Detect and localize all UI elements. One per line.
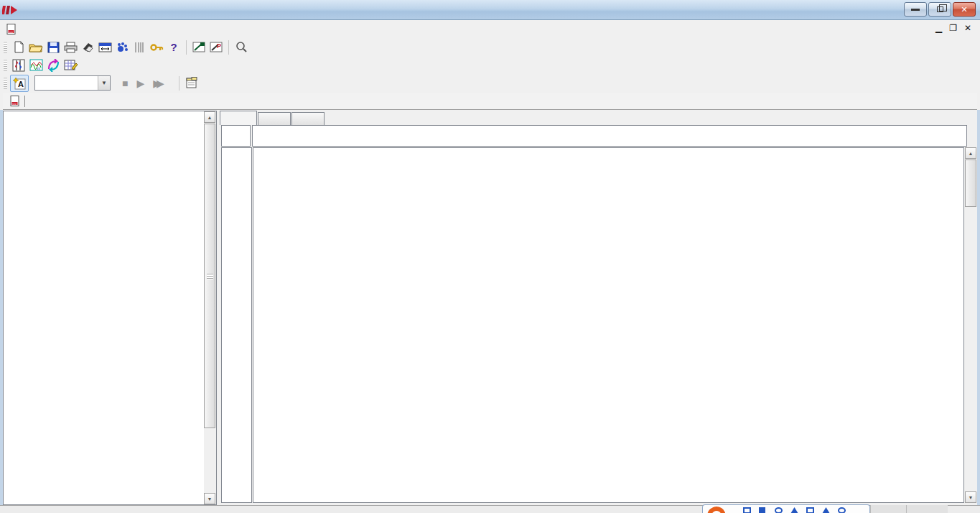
blue-glyph-icon <box>806 507 814 513</box>
sparkle-a-icon: A <box>13 77 26 90</box>
close-button[interactable]: ✕ <box>953 2 976 17</box>
taskbar-segment <box>870 505 906 513</box>
menu-help[interactable] <box>98 27 111 31</box>
trace-area <box>253 147 964 503</box>
window-left-border <box>0 110 3 505</box>
blue-glyph-icon <box>759 507 765 513</box>
trace-window-icon[interactable] <box>96 40 113 55</box>
eraser-icon[interactable] <box>79 40 96 55</box>
toolbar-separator <box>186 40 187 55</box>
svg-text:A: A <box>18 80 24 88</box>
tab-z[interactable] <box>291 112 325 125</box>
toolbar-grip[interactable] <box>4 77 7 90</box>
blue-glyph-icon <box>822 507 830 513</box>
menu-window[interactable] <box>85 27 98 31</box>
receiver-combobox[interactable]: ▼ <box>34 75 111 91</box>
time-axis <box>221 147 252 503</box>
fast-forward-button[interactable]: ▶▶ <box>153 78 164 89</box>
print-icon[interactable] <box>62 40 79 55</box>
tab-y[interactable] <box>258 112 291 125</box>
rotate-display-icon[interactable] <box>45 57 62 73</box>
client-area: ▲ ▼ <box>0 110 980 505</box>
menu-file[interactable] <box>20 27 33 31</box>
menu-edit[interactable] <box>33 27 46 31</box>
blue-glyph-icon <box>790 507 798 513</box>
title-bar: ✕ <box>0 0 980 20</box>
scrollbar-thumb[interactable] <box>965 160 976 207</box>
ruler-corner-cell <box>221 125 251 147</box>
svg-text:P: P <box>217 42 221 50</box>
toolbar-separator <box>228 40 229 55</box>
blue-glyph-icon <box>775 507 783 513</box>
close-icon: ✕ <box>961 5 967 14</box>
restore-icon <box>937 6 943 12</box>
menu-process[interactable] <box>46 27 59 31</box>
offset-ruler-canvas <box>253 126 966 146</box>
new-file-icon[interactable] <box>10 40 27 55</box>
toolbar-grip[interactable] <box>4 41 7 54</box>
menu-bar: svy ▁ ❐ ✕ <box>3 20 977 37</box>
play-button[interactable]: ▶ <box>136 78 144 89</box>
scroll-up-button[interactable]: ▲ <box>204 111 215 123</box>
overlay-toolbar-partial <box>702 504 870 513</box>
mdi-close-button[interactable]: ✕ <box>964 23 971 33</box>
seismic-view: ▲ ▼ <box>220 111 978 505</box>
offset-ruler <box>252 125 967 147</box>
document-tab[interactable]: svy <box>3 93 31 109</box>
seismic-scrollbar[interactable]: ▲ ▼ <box>965 147 977 503</box>
blue-glyph-icon <box>838 507 846 513</box>
scroll-up-button[interactable]: ▲ <box>965 147 976 159</box>
key-icon[interactable] <box>148 40 165 55</box>
window-right-border <box>977 110 980 505</box>
processing-flowchart[interactable] <box>4 111 204 504</box>
seismic-traces-canvas[interactable] <box>253 148 963 502</box>
scrollbar-thumb[interactable] <box>204 124 215 428</box>
menu-acquire[interactable] <box>59 27 72 31</box>
form-notes-icon[interactable] <box>183 75 200 91</box>
mdi-restore-button[interactable]: ❐ <box>949 23 957 33</box>
restore-button[interactable] <box>928 2 951 17</box>
minimize-icon <box>911 9 920 11</box>
blue-glyph-icon <box>743 507 751 513</box>
stop-button[interactable]: ■ <box>122 78 128 89</box>
app-logo-icon <box>1 2 19 17</box>
svg-text:svy: svy <box>9 29 13 33</box>
standard-toolbar: ? P <box>3 37 977 57</box>
tab-x[interactable] <box>220 111 257 125</box>
document-icon: svy <box>9 93 22 108</box>
scroll-down-button[interactable]: ▼ <box>204 493 215 504</box>
spectrum-display-icon[interactable]: vx <box>27 57 45 73</box>
mdi-minimize-button[interactable]: ▁ <box>935 23 942 33</box>
svg-text:vx: vx <box>37 66 41 70</box>
tab-separator <box>24 96 25 107</box>
view-toolbar: vx <box>3 57 977 73</box>
application-window: ✕ svy ▁ ❐ ✕ <box>0 0 980 513</box>
chevron-down-icon[interactable]: ▼ <box>98 76 110 90</box>
open-folder-icon[interactable] <box>27 40 45 55</box>
playback-toolbar: A ▼ ■ ▶ ▶▶ <box>3 73 977 93</box>
table-edit-icon[interactable] <box>62 57 79 73</box>
save-icon[interactable] <box>45 40 62 55</box>
document-tab-bar: svy <box>3 93 977 110</box>
scroll-down-button[interactable]: ▼ <box>965 491 976 503</box>
document-icon: svy <box>3 22 20 37</box>
flowchart-scrollbar[interactable]: ▲ ▼ <box>204 111 216 504</box>
toolbar-grip[interactable] <box>4 59 7 72</box>
auto-pick-button[interactable]: A <box>10 75 29 92</box>
paw-dots-icon[interactable] <box>113 40 131 55</box>
vertical-bars-icon[interactable] <box>131 40 148 55</box>
pick-hammer-icon[interactable] <box>190 40 207 55</box>
orange-logo-icon <box>704 504 729 513</box>
scrollbar-grip <box>207 274 213 279</box>
minimize-button[interactable] <box>904 2 927 17</box>
help-icon[interactable]: ? <box>165 40 182 55</box>
flowchart-panel: ▲ ▼ <box>3 111 217 505</box>
menu-view[interactable] <box>72 27 85 31</box>
zoom-icon[interactable] <box>233 40 250 55</box>
pick-hammer-red-icon[interactable]: P <box>207 40 225 55</box>
taskbar-segment <box>906 505 948 513</box>
toolbar-separator <box>179 76 179 91</box>
time-axis-canvas <box>222 148 251 502</box>
svg-text:svy: svy <box>12 102 17 106</box>
wiggle-display-icon[interactable] <box>10 57 27 73</box>
